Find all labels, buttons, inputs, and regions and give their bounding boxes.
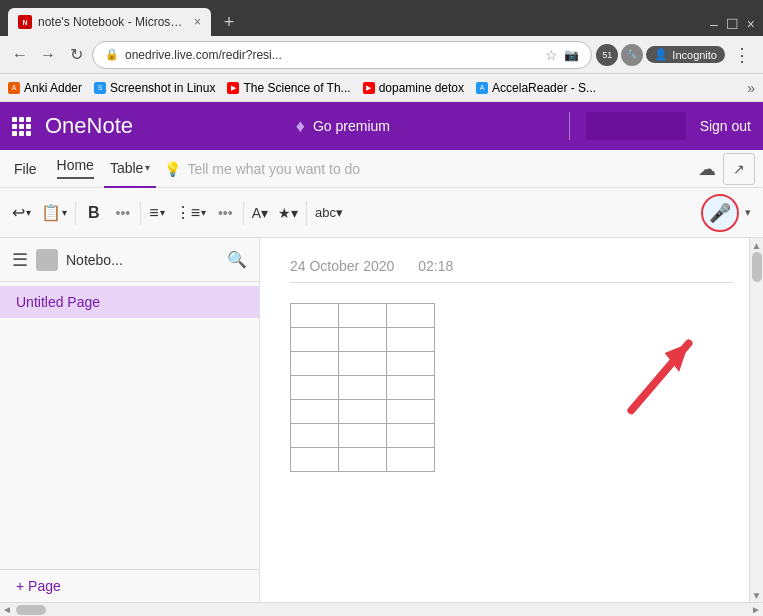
toolbar-separator-2 xyxy=(140,201,141,225)
bottom-scrollbar[interactable]: ◄ ► xyxy=(0,602,763,616)
extension-icons: 51 🔧 👤Incognito xyxy=(596,44,725,66)
pages-list: Untitled Page xyxy=(0,282,259,569)
table-row xyxy=(291,376,435,400)
bookmarks-more[interactable]: » xyxy=(747,80,755,96)
highlight-button[interactable]: ★▾ xyxy=(274,195,302,231)
notebook-name[interactable]: Notebo... xyxy=(66,252,123,268)
lock-icon: 🔒 xyxy=(105,48,119,61)
nav-forward-button[interactable]: → xyxy=(36,43,60,67)
address-bar: ← → ↻ 🔒 onedrive.live.com/redir?resi... … xyxy=(0,36,763,74)
page-content: 24 October 2020 02:18 xyxy=(260,238,763,492)
address-text: onedrive.live.com/redir?resi... xyxy=(125,48,282,62)
page-date: 24 October 2020 xyxy=(290,258,394,274)
browser-tab[interactable]: N note's Notebook - Microsoft O × xyxy=(8,8,211,36)
close-icon[interactable]: × xyxy=(747,16,755,32)
browser-tab-bar: N note's Notebook - Microsoft O × + – ☐ … xyxy=(0,0,763,36)
scroll-left-arrow[interactable]: ◄ xyxy=(0,604,14,615)
minimize-icon[interactable]: – xyxy=(710,16,718,32)
mic-button[interactable]: 🎤 xyxy=(701,194,739,232)
font-color-button[interactable]: A▾ xyxy=(248,195,272,231)
h-scrollbar-thumb[interactable] xyxy=(16,605,46,615)
right-scrollbar[interactable]: ▲ ▼ xyxy=(749,238,763,602)
cloud-sync-button[interactable]: ☁ xyxy=(691,153,723,185)
scrollbar-down-arrow[interactable]: ▼ xyxy=(750,588,763,602)
sidebar: ☰ Notebo... 🔍 Untitled Page + Page xyxy=(0,238,260,602)
list-button[interactable]: ≡▾ xyxy=(145,195,168,231)
spell-check-button[interactable]: abc▾ xyxy=(311,195,347,231)
table-row xyxy=(291,448,435,472)
window-controls: – ☐ × xyxy=(710,16,755,36)
main-content: ☰ Notebo... 🔍 Untitled Page + Page ▲ ▼ xyxy=(0,238,763,602)
more-menu-button[interactable]: ⋮ xyxy=(729,44,755,66)
mic-chevron-button[interactable]: ▾ xyxy=(741,195,755,231)
new-tab-button[interactable]: + xyxy=(215,8,243,36)
ext-icon-2[interactable]: 🔧 xyxy=(621,44,643,66)
notebook-color-block xyxy=(36,249,58,271)
toolbar: ↩▾ 📋▾ B ••• ≡▾ ⋮≡▾ ••• A▾ ★▾ abc▾ 🎤 ▾ xyxy=(0,188,763,238)
page-date-time: 24 October 2020 02:18 xyxy=(290,258,733,283)
maximize-icon[interactable]: ☐ xyxy=(726,16,739,32)
tell-me-box[interactable]: 💡 Tell me what you want to do xyxy=(156,161,691,177)
scroll-right-arrow[interactable]: ► xyxy=(749,604,763,615)
ribbon-top: OneNote ♦ Go premium Sign out xyxy=(0,102,763,150)
onenote-app: OneNote ♦ Go premium Sign out File Home … xyxy=(0,102,763,616)
table-chevron-icon: ▾ xyxy=(145,162,150,173)
numbered-list-button[interactable]: ⋮≡▾ xyxy=(171,195,210,231)
share-button[interactable]: ↗ xyxy=(723,153,755,185)
add-page-button[interactable]: + Page xyxy=(0,569,259,602)
note-table xyxy=(290,303,435,472)
tab-close-icon[interactable]: × xyxy=(194,15,201,29)
lightbulb-icon: 💡 xyxy=(164,161,181,177)
tab-title: note's Notebook - Microsoft O xyxy=(38,15,188,29)
table-row xyxy=(291,352,435,376)
microphone-icon: 🎤 xyxy=(709,202,731,224)
ribbon-divider xyxy=(569,112,570,140)
toolbar-separator-4 xyxy=(306,201,307,225)
bookmarks-bar: A Anki Adder S Screenshot in Linux ▶ The… xyxy=(0,74,763,102)
address-input[interactable]: 🔒 onedrive.live.com/redir?resi... ☆ 📷 xyxy=(92,41,592,69)
nav-back-button[interactable]: ← xyxy=(8,43,32,67)
premium-button[interactable]: Go premium xyxy=(313,118,390,134)
incognito-badge: 👤Incognito xyxy=(646,46,725,63)
camera-icon[interactable]: 📷 xyxy=(564,48,579,62)
toolbar-separator-3 xyxy=(243,201,244,225)
undo-button[interactable]: ↩▾ xyxy=(8,195,35,231)
bookmark-dopamine[interactable]: ▶ dopamine detox xyxy=(363,81,464,95)
toolbar-separator-1 xyxy=(75,201,76,225)
menu-bar: File Home Table ▾ 💡 Tell me what you wan… xyxy=(0,150,763,188)
more-list-button[interactable]: ••• xyxy=(212,195,239,231)
scrollbar-up-arrow[interactable]: ▲ xyxy=(750,238,763,252)
tell-me-placeholder: Tell me what you want to do xyxy=(187,161,360,177)
apps-grid-button[interactable] xyxy=(12,117,31,136)
search-button[interactable]: 🔍 xyxy=(227,250,247,269)
clipboard-button[interactable]: 📋▾ xyxy=(37,195,71,231)
menu-table[interactable]: Table ▾ xyxy=(104,150,156,188)
table-row xyxy=(291,424,435,448)
bookmark-screenshot[interactable]: S Screenshot in Linux xyxy=(94,81,215,95)
purple-block xyxy=(586,112,686,140)
menu-home[interactable]: Home xyxy=(47,150,104,188)
tab-favicon: N xyxy=(18,15,32,29)
nav-refresh-button[interactable]: ↻ xyxy=(64,43,88,67)
app-logo-text: OneNote xyxy=(45,113,133,139)
page-time: 02:18 xyxy=(418,258,453,274)
bookmark-accela[interactable]: A AccelaReader - S... xyxy=(476,81,596,95)
page-area: ▲ ▼ 24 October 2020 02:18 xyxy=(260,238,763,602)
bookmark-anki[interactable]: A Anki Adder xyxy=(8,81,82,95)
menu-file[interactable]: File xyxy=(4,150,47,188)
bookmark-science[interactable]: ▶ The Science of Th... xyxy=(227,81,350,95)
table-row xyxy=(291,400,435,424)
hamburger-icon[interactable]: ☰ xyxy=(12,249,28,271)
table-row xyxy=(291,328,435,352)
sign-out-button[interactable]: Sign out xyxy=(700,118,751,134)
sidebar-header: ☰ Notebo... 🔍 xyxy=(0,238,259,282)
table-row xyxy=(291,304,435,328)
scrollbar-thumb[interactable] xyxy=(752,252,762,282)
bold-button[interactable]: B xyxy=(80,195,108,231)
more-format-button[interactable]: ••• xyxy=(110,195,137,231)
star-icon[interactable]: ☆ xyxy=(545,47,558,63)
ext-icon-1[interactable]: 51 xyxy=(596,44,618,66)
diamond-icon: ♦ xyxy=(296,116,305,137)
page-item-untitled[interactable]: Untitled Page xyxy=(0,286,259,318)
